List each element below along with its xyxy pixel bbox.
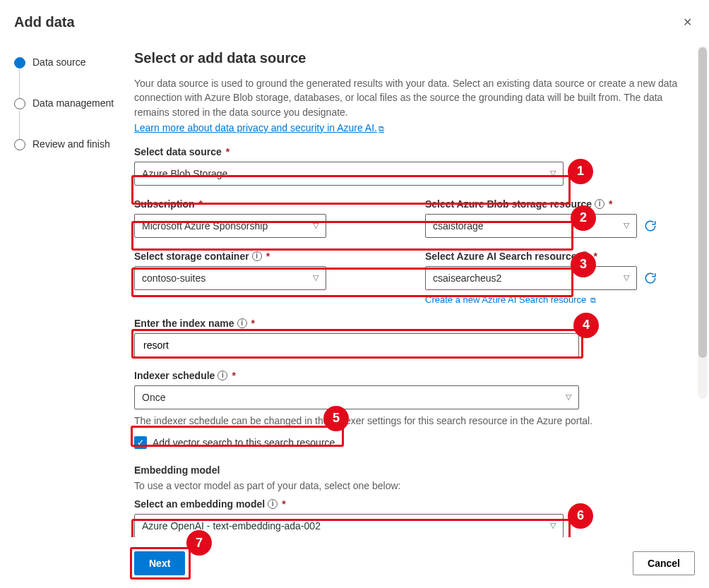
indexer-schedule-select[interactable]: Once ▽: [134, 385, 579, 409]
info-icon[interactable]: i: [268, 499, 278, 509]
data-source-label: Select data source*: [134, 146, 688, 157]
chevron-down-icon: ▽: [550, 169, 556, 178]
create-search-resource-link[interactable]: Create a new Azure AI Search resource ⧉: [425, 294, 596, 305]
form-panel: Select or add data source Your data sour…: [127, 43, 709, 537]
dialog-header: Add data ✕: [0, 0, 709, 43]
page-heading: Select or add data source: [134, 50, 688, 66]
blob-resource-select[interactable]: csaistorage ▽: [425, 214, 637, 238]
step-indicator-icon: [14, 139, 25, 150]
external-link-icon: ⧉: [590, 296, 596, 304]
info-icon[interactable]: i: [595, 199, 604, 209]
info-icon[interactable]: i: [237, 318, 247, 328]
dialog-title: Add data: [14, 14, 75, 30]
learn-more-link[interactable]: Learn more about data privacy and securi…: [134, 122, 384, 133]
indexer-schedule-hint: The indexer schedule can be changed in t…: [134, 415, 688, 426]
chevron-down-icon: ▽: [624, 273, 629, 282]
refresh-icon[interactable]: [644, 272, 657, 284]
embedding-heading: Embedding model: [134, 464, 688, 476]
index-name-label: Enter the index name i *: [134, 318, 688, 329]
indexer-schedule-label: Indexer schedule i *: [134, 370, 688, 381]
cancel-button[interactable]: Cancel: [633, 551, 695, 575]
step-indicator-icon: [14, 98, 25, 109]
refresh-icon[interactable]: [644, 220, 657, 232]
embedding-model-label: Select an embedding model i *: [134, 498, 688, 510]
chevron-down-icon: ▽: [313, 221, 318, 230]
index-name-input[interactable]: [134, 333, 579, 357]
info-icon[interactable]: i: [218, 371, 227, 380]
step-review-finish[interactable]: Review and finish: [14, 138, 127, 179]
scrollbar[interactable]: [698, 46, 708, 399]
search-resource-select[interactable]: csaisearcheus2 ▽: [425, 266, 637, 290]
step-data-management[interactable]: Data management: [14, 97, 127, 138]
chevron-down-icon: ▽: [566, 392, 571, 402]
info-icon[interactable]: i: [580, 251, 590, 261]
subscription-select[interactable]: Microsoft Azure Sponsorship ▽: [134, 214, 326, 238]
subscription-label: Subscription*: [134, 198, 397, 210]
storage-container-label: Select storage container i *: [134, 251, 397, 262]
blob-resource-label: Select Azure Blob storage resource i *: [425, 198, 688, 210]
step-data-source[interactable]: Data source: [14, 56, 127, 97]
page-description: Your data source is used to ground the g…: [134, 76, 688, 119]
chevron-down-icon: ▽: [550, 521, 556, 530]
search-resource-label: Select Azure AI Search resource i *: [425, 251, 688, 262]
next-button[interactable]: Next: [134, 551, 185, 575]
close-icon[interactable]: ✕: [680, 13, 695, 32]
storage-container-select[interactable]: contoso-suites ▽: [134, 266, 326, 290]
chevron-down-icon: ▽: [313, 273, 318, 282]
scrollbar-thumb[interactable]: [698, 47, 707, 358]
step-indicator-icon: [14, 57, 25, 68]
vector-search-checkbox[interactable]: ✓ Add vector search to this search resou…: [134, 436, 688, 449]
embedding-desc: To use a vector model as part of your da…: [134, 480, 688, 491]
dialog-footer: Next 7 Cancel: [0, 541, 709, 588]
checkbox-checked-icon: ✓: [134, 436, 147, 449]
step-nav: Data source Data management Review and f…: [0, 43, 127, 537]
external-link-icon: ⧉: [379, 124, 384, 133]
data-source-select[interactable]: Azure Blob Storage ▽: [134, 162, 564, 186]
annotation-badge: 1: [568, 159, 593, 184]
chevron-down-icon: ▽: [624, 221, 629, 230]
info-icon[interactable]: i: [252, 251, 262, 261]
embedding-model-select[interactable]: Azure OpenAI - text-embedding-ada-002 ▽: [134, 514, 564, 537]
